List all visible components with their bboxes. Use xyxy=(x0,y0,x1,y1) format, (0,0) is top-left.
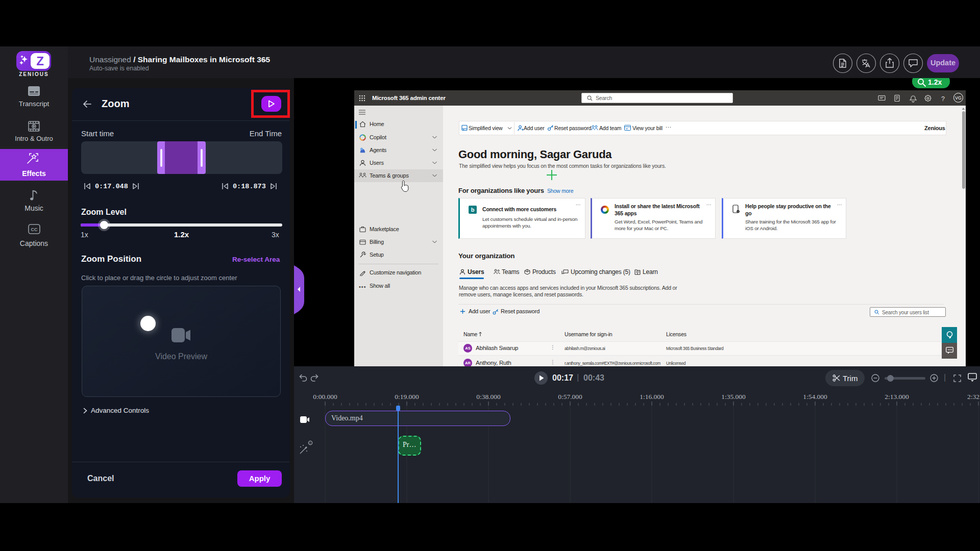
svg-text:CC: CC xyxy=(31,227,38,232)
svg-text:2:13.000: 2:13.000 xyxy=(885,393,909,400)
svg-text:0:19.000: 0:19.000 xyxy=(395,393,419,400)
svg-text:0:57.000: 0:57.000 xyxy=(558,393,582,400)
svg-text:2:32.0: 2:32.0 xyxy=(967,393,980,400)
svg-text:?: ? xyxy=(941,95,945,103)
svg-text:1:54.000: 1:54.000 xyxy=(803,393,827,400)
svg-text:0:00.000: 0:00.000 xyxy=(313,393,337,400)
svg-text:1:16.000: 1:16.000 xyxy=(640,393,664,400)
svg-text:0:38.000: 0:38.000 xyxy=(476,393,501,400)
svg-text:1:35.000: 1:35.000 xyxy=(721,393,746,400)
svg-text:i: i xyxy=(310,441,310,445)
